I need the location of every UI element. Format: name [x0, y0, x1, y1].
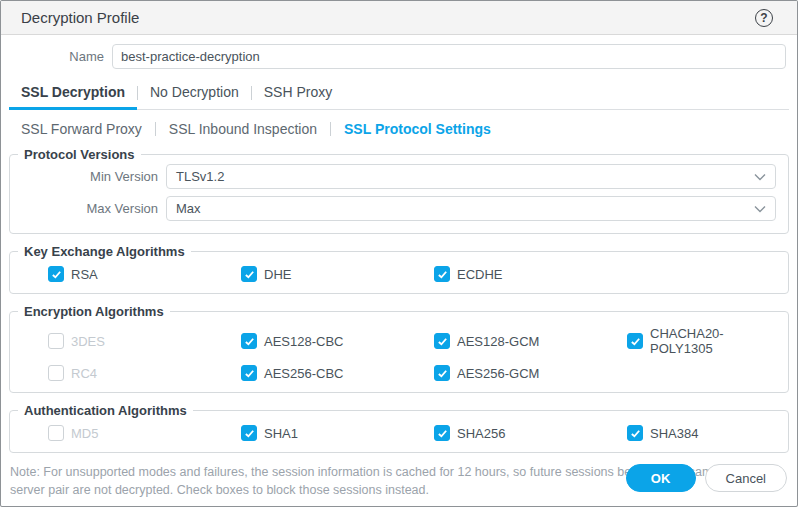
tab-ssh-proxy[interactable]: SSH Proxy — [252, 82, 344, 110]
checkbox-icon — [241, 425, 257, 441]
min-version-select[interactable]: TLSv1.2 — [166, 164, 776, 189]
tab-ssl-decryption[interactable]: SSL Decryption — [9, 82, 137, 110]
max-version-row: Max Version Max — [18, 196, 776, 221]
checkbox-icon — [627, 425, 643, 441]
name-row: Name — [1, 44, 797, 69]
tab-no-decryption[interactable]: No Decryption — [138, 82, 251, 110]
checkbox-sha256[interactable]: SHA256 — [434, 425, 627, 441]
checkbox-aes256-gcm[interactable]: AES256-GCM — [434, 365, 627, 381]
encryption-legend: Encryption Algorithms — [18, 304, 170, 319]
authentication-section: Authentication Algorithms MD5 SHA1 SHA25… — [9, 403, 789, 453]
max-version-value: Max — [176, 201, 201, 216]
max-version-select[interactable]: Max — [166, 196, 776, 221]
checkbox-rsa[interactable]: RSA — [48, 266, 241, 282]
decryption-profile-dialog: Decryption Profile ? Name SSL Decryption… — [0, 0, 798, 507]
name-label: Name — [9, 49, 104, 64]
dialog-title: Decryption Profile — [21, 9, 139, 26]
checkbox-3des[interactable]: 3DES — [48, 326, 241, 356]
subtab-ssl-forward-proxy[interactable]: SSL Forward Proxy — [9, 121, 155, 137]
cancel-button[interactable]: Cancel — [705, 464, 787, 492]
checkbox-icon — [48, 425, 64, 441]
encryption-section: Encryption Algorithms 3DES AES128-CBC AE… — [9, 304, 789, 393]
checkbox-icon — [627, 333, 643, 349]
checkbox-aes256-cbc[interactable]: AES256-CBC — [241, 365, 434, 381]
key-exchange-legend: Key Exchange Algorithms — [18, 244, 191, 259]
subtab-ssl-protocol-settings[interactable]: SSL Protocol Settings — [331, 121, 504, 137]
subtab-ssl-inbound-inspection[interactable]: SSL Inbound Inspection — [156, 121, 330, 137]
checkbox-icon — [241, 365, 257, 381]
checkbox-icon — [241, 266, 257, 282]
checkbox-sha1[interactable]: SHA1 — [241, 425, 434, 441]
checkbox-dhe[interactable]: DHE — [241, 266, 434, 282]
chevron-down-icon — [754, 205, 766, 213]
checkbox-aes128-gcm[interactable]: AES128-GCM — [434, 326, 627, 356]
name-input[interactable] — [112, 44, 786, 69]
min-version-row: Min Version TLSv1.2 — [18, 164, 776, 189]
checkbox-icon — [434, 425, 450, 441]
checkbox-icon — [48, 266, 64, 282]
checkbox-icon — [48, 365, 64, 381]
checkbox-ecdhe[interactable]: ECDHE — [434, 266, 627, 282]
ok-button[interactable]: OK — [626, 464, 696, 492]
protocol-versions-legend: Protocol Versions — [18, 147, 141, 162]
min-version-value: TLSv1.2 — [176, 169, 224, 184]
checkbox-icon — [48, 333, 64, 349]
checkbox-aes128-cbc[interactable]: AES128-CBC — [241, 326, 434, 356]
dialog-header: Decryption Profile ? — [1, 1, 797, 35]
checkbox-sha384[interactable]: SHA384 — [627, 425, 776, 441]
checkbox-md5[interactable]: MD5 — [48, 425, 241, 441]
checkbox-icon — [434, 333, 450, 349]
max-version-label: Max Version — [18, 201, 158, 216]
protocol-versions-section: Protocol Versions Min Version TLSv1.2 Ma… — [9, 147, 789, 234]
authentication-legend: Authentication Algorithms — [18, 403, 193, 418]
checkbox-rc4[interactable]: RC4 — [48, 365, 241, 381]
checkbox-chacha20-poly1305[interactable]: CHACHA20-POLY1305 — [627, 326, 776, 356]
checkbox-icon — [434, 365, 450, 381]
key-exchange-section: Key Exchange Algorithms RSA DHE ECDHE — [9, 244, 789, 294]
chevron-down-icon — [754, 173, 766, 181]
subtab-bar: SSL Forward Proxy SSL Inbound Inspection… — [9, 121, 789, 137]
checkbox-icon — [241, 333, 257, 349]
help-icon[interactable]: ? — [755, 9, 773, 27]
dialog-footer: OK Cancel — [626, 464, 787, 492]
tab-bar: SSL Decryption No Decryption SSH Proxy — [9, 82, 789, 110]
checkbox-icon — [434, 266, 450, 282]
min-version-label: Min Version — [18, 169, 158, 184]
